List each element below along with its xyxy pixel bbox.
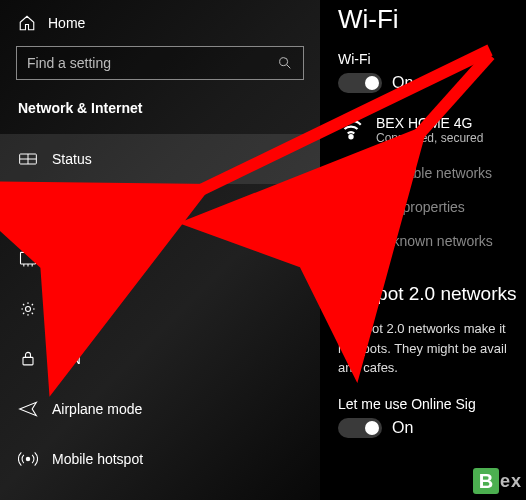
ethernet-icon xyxy=(18,249,38,269)
search-placeholder: Find a setting xyxy=(27,55,277,71)
connected-network[interactable]: BEX HOME 4G Connected, secured xyxy=(338,115,526,145)
svg-point-0 xyxy=(280,58,288,66)
watermark-badge: B xyxy=(473,468,499,494)
svg-point-7 xyxy=(26,307,31,312)
watermark-text: ex xyxy=(500,471,522,492)
watermark: B ex xyxy=(473,468,522,494)
svg-line-1 xyxy=(287,65,290,68)
page-title: Wi-Fi xyxy=(338,4,526,35)
network-name: BEX HOME 4G xyxy=(376,115,483,131)
status-icon xyxy=(18,149,38,169)
sidebar-item-ethernet[interactable]: Ethernet xyxy=(0,234,320,284)
svg-rect-6 xyxy=(21,252,36,264)
online-signup-label: Let me use Online Sig xyxy=(338,396,526,412)
sidebar-item-label: Status xyxy=(52,151,92,167)
svg-point-9 xyxy=(26,457,29,460)
svg-point-10 xyxy=(349,135,352,138)
manage-known-link[interactable]: Manage known networks xyxy=(338,233,526,249)
wifi-toggle[interactable]: On xyxy=(338,73,526,93)
sidebar-item-vpn[interactable]: VPN xyxy=(0,334,320,384)
airplane-icon xyxy=(18,399,38,419)
sidebar-item-label: VPN xyxy=(52,351,81,367)
wifi-toggle-label: Wi-Fi xyxy=(338,51,526,67)
home-label: Home xyxy=(48,15,85,31)
hotspot-heading: Hotspot 2.0 networks xyxy=(338,283,526,305)
search-icon xyxy=(277,55,293,71)
online-signup-state: On xyxy=(392,419,413,437)
sidebar-item-wifi[interactable]: Wi-Fi xyxy=(0,184,320,234)
sidebar-item-label: Wi-Fi xyxy=(52,201,85,217)
category-header: Network & Internet xyxy=(0,98,320,134)
search-input[interactable]: Find a setting xyxy=(16,46,304,80)
home-button[interactable]: Home xyxy=(0,4,320,46)
sidebar-item-label: Airplane mode xyxy=(52,401,142,417)
sidebar-item-label: Ethernet xyxy=(52,251,105,267)
home-icon xyxy=(18,14,36,32)
wifi-toggle-state: On xyxy=(392,74,413,92)
svg-point-5 xyxy=(27,215,29,217)
main-panel: Wi-Fi Wi-Fi On BEX HOME 4G Connected, se… xyxy=(320,0,526,500)
show-available-link[interactable]: Show available networks xyxy=(338,165,526,181)
sidebar-item-label: Mobile hotspot xyxy=(52,451,143,467)
sidebar-item-dialup[interactable]: Dial-up xyxy=(0,284,320,334)
wifi-signal-icon xyxy=(338,115,364,141)
wifi-icon xyxy=(18,199,38,219)
toggle-switch[interactable] xyxy=(338,73,382,93)
dialup-icon xyxy=(18,299,38,319)
sidebar-item-hotspot[interactable]: Mobile hotspot xyxy=(0,434,320,484)
settings-sidebar: Home Find a setting Network & Internet S… xyxy=(0,0,320,500)
network-status: Connected, secured xyxy=(376,131,483,145)
sidebar-item-airplane[interactable]: Airplane mode xyxy=(0,384,320,434)
hotspot-icon xyxy=(18,449,38,469)
sidebar-item-label: Dial-up xyxy=(52,301,96,317)
hotspot-description: Hotspot 2.0 networks make it hotspots. T… xyxy=(338,319,526,378)
svg-rect-8 xyxy=(23,357,33,365)
sidebar-item-status[interactable]: Status xyxy=(0,134,320,184)
toggle-switch[interactable] xyxy=(338,418,382,438)
vpn-icon xyxy=(18,349,38,369)
hardware-properties-link[interactable]: Hardware properties xyxy=(338,199,526,215)
online-signup-toggle[interactable]: On xyxy=(338,418,526,438)
